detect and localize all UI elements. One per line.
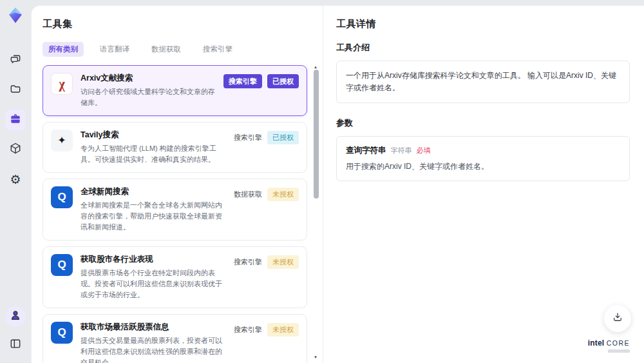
tool-category-badge: 搜索引擎: [234, 255, 262, 269]
tool-list-item[interactable]: χ Arxiv文献搜索 访问各个研究领域大量科学论文和文章的存储库。 搜索引擎 …: [43, 65, 307, 116]
param-description: 用于搜索的Arxiv ID、关键字或作者姓名。: [346, 161, 620, 172]
chat-icon: [9, 53, 22, 68]
tool-name: Tavily搜索: [80, 130, 227, 141]
tool-list-item[interactable]: Q 获取股市各行业表现 提供股票市场各个行业在特定时间段内的表现。投资者可以利用…: [43, 246, 307, 308]
brand-core: CORE: [607, 339, 630, 347]
sparkle-icon: ✦: [51, 130, 73, 152]
sidebar: ⚙: [0, 0, 31, 363]
details-title: 工具详情: [336, 18, 630, 30]
tool-auth-badge: 未授权: [267, 323, 299, 337]
tool-name: 全球新闻搜索: [80, 186, 227, 197]
intel-core-logo: intel CORE: [588, 338, 630, 353]
brand-subtext-bar: [608, 349, 630, 353]
tool-description: 提供当天交易量最高的股票列表，投资者可以利用这些信息来识别流动性强的股票和潜在的…: [80, 335, 227, 363]
tool-name: Arxiv文献搜索: [80, 73, 217, 84]
tool-category-badge: 搜索引擎: [234, 131, 262, 144]
scroll-down-arrow-icon[interactable]: ▼: [314, 355, 317, 359]
app-window: ⚙: [0, 0, 644, 363]
tool-intro-text: 一个用于从Arxiv存储库搜索科学论文和文章的工具。 输入可以是Arxiv ID…: [336, 61, 630, 103]
sidebar-nav: ⚙: [5, 50, 26, 190]
download-icon: [612, 311, 623, 326]
category-tab[interactable]: 语言翻译: [94, 42, 135, 57]
category-tabs: 所有类别语言翻译数据获取搜索引擎: [43, 42, 323, 57]
news-q-logo-icon: Q: [51, 254, 73, 276]
tool-name: 获取股市各行业表现: [80, 254, 227, 265]
scroll-up-arrow-icon[interactable]: ▲: [314, 65, 317, 69]
tool-auth-badge: 未授权: [267, 255, 299, 269]
tool-category-badge: 数据获取: [234, 188, 262, 201]
tool-description: 访问各个研究领域大量科学论文和文章的存储库。: [80, 86, 217, 108]
tool-category-badge: 搜索引擎: [223, 74, 262, 88]
scrollbar-thumb[interactable]: [314, 70, 319, 199]
panel-toggle-icon: [9, 337, 22, 353]
tool-auth-badge: 未授权: [267, 188, 299, 201]
news-q-logo-icon: Q: [51, 186, 73, 208]
cube-icon: [9, 142, 22, 157]
category-tab[interactable]: 所有类别: [43, 42, 84, 57]
folder-icon: [9, 83, 22, 98]
main-content: 工具集 所有类别语言翻译数据获取搜索引擎 χ Arxiv文献搜索 访问各个研究领…: [31, 5, 644, 363]
param-card: 查询字符串 字符串 必填 用于搜索的Arxiv ID、关键字或作者姓名。: [336, 136, 630, 181]
tool-auth-badge: 已授权: [267, 131, 299, 144]
param-name: 查询字符串: [346, 145, 386, 156]
brand-intel: intel: [588, 338, 605, 348]
tool-list-item[interactable]: Q 获取市场最活跃股票信息 提供当天交易量最高的股票列表，投资者可以利用这些信息…: [43, 314, 307, 363]
tool-category-badge: 搜索引擎: [234, 323, 262, 337]
sidebar-item-tools[interactable]: [5, 110, 26, 130]
tool-description: 提供股票市场各个行业在特定时间段内的表现。投资者可以利用这些信息来识别表现优于或…: [80, 268, 227, 300]
toolbox-icon: [9, 112, 22, 128]
user-icon: [9, 309, 22, 324]
intro-heading: 工具介绍: [336, 42, 630, 54]
app-logo-gem-icon[interactable]: [6, 6, 25, 26]
sidebar-item-settings[interactable]: ⚙: [5, 169, 26, 190]
arxiv-logo-icon: χ: [51, 73, 73, 95]
category-tab[interactable]: 搜索引擎: [197, 42, 238, 57]
param-type: 字符串: [391, 146, 412, 155]
param-list: 查询字符串 字符串 必填 用于搜索的Arxiv ID、关键字或作者姓名。: [336, 136, 630, 181]
news-q-logo-icon: Q: [51, 322, 73, 344]
sidebar-item-account[interactable]: [5, 306, 26, 327]
tool-name: 获取市场最活跃股票信息: [80, 322, 227, 333]
sidebar-bottom: [5, 306, 26, 355]
params-heading: 参数: [336, 117, 630, 129]
download-button[interactable]: [604, 305, 631, 332]
tool-description: 专为人工智能代理 (LLM) 构建的搜索引擎工具。可快速提供实时、准确和真实的结…: [80, 143, 227, 165]
tool-details-panel: 工具详情 工具介绍 一个用于从Arxiv存储库搜索科学论文和文章的工具。 输入可…: [323, 6, 644, 363]
sidebar-item-files[interactable]: [5, 80, 26, 101]
tool-list-item[interactable]: ✦ Tavily搜索 专为人工智能代理 (LLM) 构建的搜索引擎工具。可快速提…: [43, 122, 307, 173]
sidebar-item-collapse[interactable]: [5, 335, 26, 355]
tool-list-container: χ Arxiv文献搜索 访问各个研究领域大量科学论文和文章的存储库。 搜索引擎 …: [43, 65, 323, 363]
category-tab[interactable]: 数据获取: [146, 42, 187, 57]
sidebar-item-chat[interactable]: [5, 50, 26, 71]
tool-auth-badge: 已授权: [267, 74, 299, 88]
sidebar-item-packages[interactable]: [5, 139, 26, 160]
gear-icon: ⚙: [10, 173, 21, 186]
page-title: 工具集: [43, 18, 323, 30]
tools-panel: 工具集 所有类别语言翻译数据获取搜索引擎 χ Arxiv文献搜索 访问各个研究领…: [32, 6, 323, 363]
param-required-badge: 必填: [417, 146, 431, 155]
tool-description: 全球新闻搜索是一个聚合全球各大新闻网站内容的搜索引擎，帮助用户快速获取全球最新资…: [80, 200, 227, 233]
tool-list-item[interactable]: Q 全球新闻搜索 全球新闻搜索是一个聚合全球各大新闻网站内容的搜索引擎，帮助用户…: [43, 179, 307, 240]
